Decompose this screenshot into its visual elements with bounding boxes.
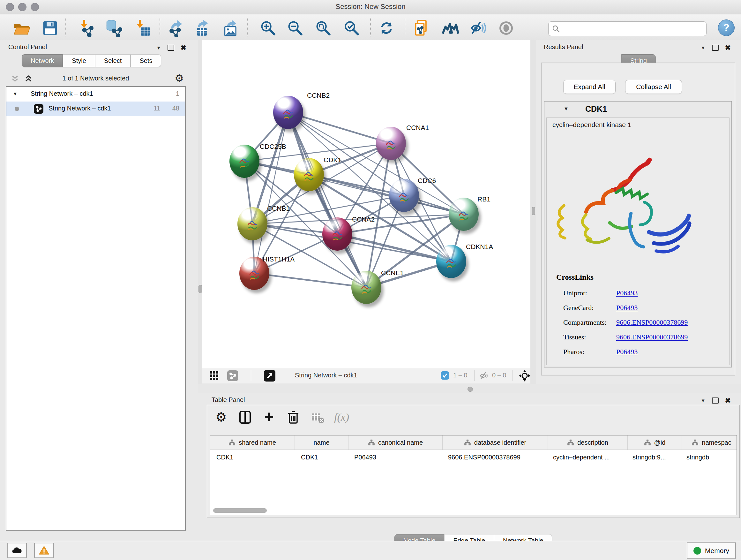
node-cdkn1a[interactable]	[436, 245, 466, 278]
crosslink-link[interactable]: 9606.ENSP00000378699	[616, 318, 688, 327]
panel-float-icon[interactable]	[712, 45, 719, 51]
column-header-namespac[interactable]: namespac	[682, 435, 737, 449]
right-splitter[interactable]	[530, 40, 536, 384]
show-columns-icon[interactable]	[238, 410, 253, 425]
search-input[interactable]	[563, 23, 702, 35]
import-table-from-file-icon[interactable]	[133, 19, 151, 37]
function-builder-icon[interactable]: f(x)	[334, 410, 349, 425]
panel-close-icon[interactable]: ✖	[725, 398, 731, 403]
export-network-icon[interactable]	[167, 19, 185, 37]
show-all-eye-icon[interactable]	[497, 19, 515, 37]
column-header-shared-name[interactable]: shared name	[210, 435, 295, 449]
bottom-splitter-handle[interactable]	[468, 387, 473, 392]
crosslink-link[interactable]: P06493	[616, 304, 637, 312]
application-window: Session: New Session	[0, 0, 741, 560]
node-cdc6[interactable]	[389, 179, 419, 212]
node-cdc25b[interactable]	[229, 145, 259, 178]
node-cdk1[interactable]	[294, 158, 324, 191]
network-share-icon[interactable]	[227, 370, 238, 381]
grid-view-icon[interactable]	[209, 371, 219, 382]
panel-close-icon[interactable]: ✖	[181, 45, 186, 50]
selected-checkbox-icon[interactable]	[441, 371, 449, 380]
collection-collapse-icon[interactable]: ▼	[13, 91, 17, 97]
fit-content-icon[interactable]	[314, 19, 332, 37]
node-ccnb1[interactable]	[238, 207, 267, 240]
panel-float-icon[interactable]	[167, 45, 174, 51]
delete-column-trash-icon[interactable]	[286, 410, 301, 425]
crosslink-link[interactable]: 9606.ENSP00000378699	[616, 333, 688, 341]
cloud-status-button[interactable]	[7, 543, 27, 558]
left-splitter-handle[interactable]	[199, 285, 202, 293]
zoom-selected-icon[interactable]	[343, 19, 360, 37]
section-collapse-icon[interactable]: ▼	[563, 106, 569, 112]
tab-network[interactable]: Network	[22, 54, 63, 67]
panel-collapse-icon[interactable]: ▼	[701, 45, 705, 51]
crosslink-row: Compartments:9606.ENSP00000378699	[547, 316, 725, 330]
table-settings-gear-icon[interactable]: ⚙	[213, 410, 229, 425]
import-network-from-database-icon[interactable]	[105, 19, 122, 37]
gene-section-header[interactable]: ▼ CDK1	[544, 102, 731, 117]
network-view-toolbar: String Network – cdk1 1 – 0 0 – 0	[202, 368, 530, 383]
panel-collapse-icon[interactable]: ▼	[701, 398, 705, 403]
network-collection-row[interactable]: ▼ String Network – cdk1 1	[6, 87, 185, 102]
bottom-splitter[interactable]	[198, 384, 741, 393]
node-ccne1[interactable]	[351, 271, 381, 304]
warnings-button[interactable]	[34, 543, 54, 558]
table-cell: CDK1	[294, 450, 348, 464]
panel-float-icon[interactable]	[712, 397, 719, 403]
column-header-description[interactable]: description	[548, 435, 628, 449]
node-ccnb2[interactable]	[273, 96, 303, 129]
column-header-name[interactable]: name	[295, 435, 348, 449]
refresh-view-icon[interactable]	[378, 19, 395, 37]
save-session-icon[interactable]	[41, 19, 59, 37]
export-table-icon[interactable]	[194, 19, 212, 37]
panel-collapse-icon[interactable]: ▼	[156, 45, 161, 51]
tab-style[interactable]: Style	[63, 54, 95, 67]
toolbar-separator	[65, 18, 66, 37]
collapse-all-button[interactable]: Collapse All	[625, 80, 682, 94]
crosslink-row: GeneCard:P06493	[547, 301, 725, 316]
selected-count: 1 – 0	[453, 372, 467, 379]
crosslink-label: Pharos:	[563, 348, 584, 356]
node-rb1[interactable]	[449, 198, 479, 231]
hide-selected-eye-icon[interactable]	[469, 19, 487, 37]
node-ccna2[interactable]	[322, 217, 352, 251]
toolbar-separator	[159, 18, 160, 37]
birdseye-view-icon[interactable]	[264, 370, 275, 381]
pan-crosshair-icon[interactable]	[518, 369, 531, 383]
open-session-icon[interactable]	[13, 19, 30, 37]
hidden-eye-slash-icon[interactable]	[479, 371, 489, 381]
column-header-database-identifier[interactable]: database identifier	[443, 435, 548, 449]
delete-table-icon[interactable]	[310, 410, 325, 425]
zoom-in-icon[interactable]	[259, 19, 277, 37]
memory-button[interactable]: Memory	[687, 543, 736, 559]
search-field[interactable]	[548, 21, 706, 36]
node-label-cdkn1a: CDKN1A	[466, 243, 493, 251]
crosslink-row: Tissues:9606.ENSP00000378699	[547, 330, 725, 345]
tab-sets[interactable]: Sets	[131, 54, 161, 67]
network-options-gear-icon[interactable]: ⚙	[175, 73, 184, 83]
column-header-canonical-name[interactable]: canonical name	[348, 435, 443, 449]
table-row[interactable]: CDK1CDK1P064939606.ENSP00000378699cyclin…	[210, 450, 737, 464]
node-ccna1[interactable]	[376, 127, 406, 160]
clone-network-icon[interactable]	[413, 19, 431, 37]
crosslink-link[interactable]: P06493	[616, 289, 637, 297]
expand-all-button[interactable]: Expand All	[563, 80, 616, 94]
tab-select[interactable]: Select	[95, 54, 131, 67]
import-network-from-file-icon[interactable]	[77, 19, 95, 37]
crosslink-link[interactable]: P06493	[616, 348, 637, 356]
first-neighbors-icon[interactable]	[441, 19, 459, 37]
column-header-label: description	[577, 439, 608, 446]
export-image-icon[interactable]	[222, 19, 240, 37]
status-bar: Memory	[0, 541, 741, 560]
network-canvas[interactable]: CCNB2CCNA1CDC25BCDK1CDC6RB1CCNB1CCNA2CDK…	[202, 40, 530, 368]
crosslink-label: Compartments:	[563, 318, 607, 327]
zoom-out-icon[interactable]	[286, 19, 304, 37]
panel-close-icon[interactable]: ✖	[725, 45, 731, 50]
help-button[interactable]: ?	[718, 19, 735, 36]
right-splitter-handle[interactable]	[532, 207, 535, 215]
column-header-id[interactable]: @id	[628, 435, 682, 449]
table-horizontal-scrollbar[interactable]	[213, 508, 267, 513]
create-column-icon[interactable]: +	[261, 410, 277, 425]
network-row[interactable]: String Network – cdk1 11 48	[6, 102, 185, 116]
